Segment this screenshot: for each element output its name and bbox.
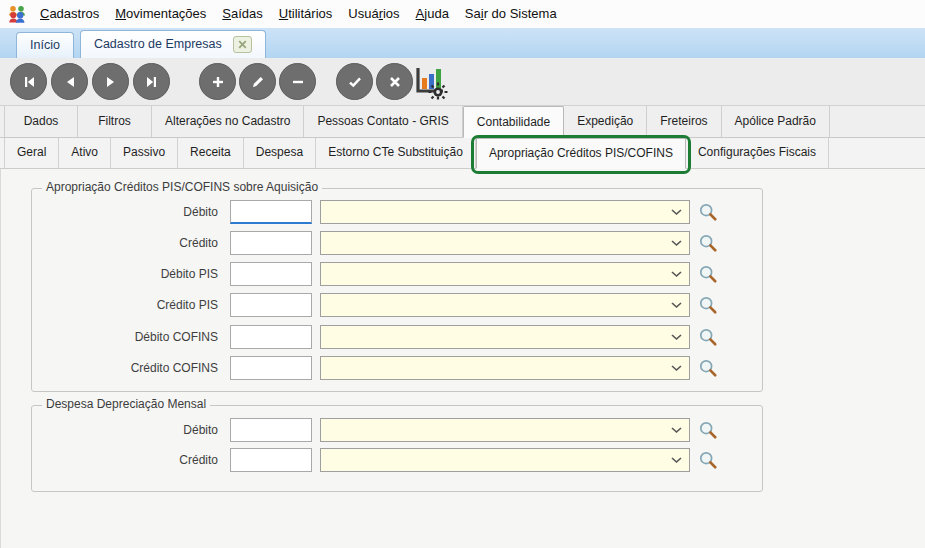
tab-estorno-cte-substituicao[interactable]: Estorno CTe Substituição: [316, 138, 476, 168]
label-post: r do Sistema: [484, 6, 557, 21]
tab-content-panel: Apropriação Créditos PIS/COFINS sobre Aq…: [0, 169, 925, 548]
field-label-debito: Débito: [32, 200, 218, 224]
last-record-button[interactable]: [133, 63, 170, 100]
menu-ajuda[interactable]: Ajuda: [408, 0, 457, 28]
tab-dados[interactable]: Dados: [4, 106, 78, 137]
form-row: Crédito: [32, 231, 762, 255]
label-accel: C: [40, 6, 49, 21]
tab-freteiros[interactable]: Freteiros: [647, 106, 721, 137]
menu-utilitarios[interactable]: Utilitários: [271, 0, 340, 28]
debito-cofins-code-input[interactable]: [230, 325, 312, 349]
debito-pis-code-input[interactable]: [230, 262, 312, 286]
pencil-icon: [250, 74, 266, 90]
tab-geral[interactable]: Geral: [4, 138, 59, 168]
form-row: Débito PIS: [32, 262, 762, 286]
depreciacao-debito-account-combo[interactable]: [320, 418, 690, 442]
groupbox-apropriacao-creditos: Apropriação Créditos PIS/COFINS sobre Aq…: [31, 188, 763, 392]
tab-passivo[interactable]: Passivo: [111, 138, 178, 168]
primary-tab-row: Dados Filtros Alterações no Cadastro Pes…: [0, 106, 925, 138]
form-row: Débito: [32, 200, 762, 224]
magnifier-icon[interactable]: [698, 233, 718, 253]
first-record-button[interactable]: [10, 63, 47, 100]
tab-expedicao[interactable]: Expedição: [564, 106, 647, 137]
delete-record-button[interactable]: [279, 63, 316, 100]
tab-filtros[interactable]: Filtros: [78, 106, 152, 137]
previous-record-button[interactable]: [51, 63, 88, 100]
tab-ativo[interactable]: Ativo: [59, 138, 111, 168]
magnifier-icon[interactable]: [698, 450, 718, 470]
field-label-debito-pis: Débito PIS: [32, 262, 218, 286]
app-logo-icon: [7, 4, 27, 24]
depreciacao-debito-code-input[interactable]: [230, 418, 312, 442]
form-row: Crédito COFINS: [32, 356, 762, 380]
tab-pessoas-contato-gris[interactable]: Pessoas Contato - GRIS: [304, 106, 462, 137]
label-post: adastros: [49, 6, 99, 21]
tab-cadastro-de-empresas[interactable]: Cadastro de Empresas: [80, 30, 266, 58]
skip-last-icon: [144, 74, 160, 90]
form-row: Crédito: [32, 448, 762, 472]
tab-inicio[interactable]: Início: [16, 32, 74, 58]
menu-bar: Cadastros Movimentações Saídas Utilitári…: [0, 0, 925, 28]
arrow-right-icon: [103, 74, 119, 90]
x-icon: [387, 74, 403, 90]
form-row: Débito: [32, 418, 762, 442]
edit-record-button[interactable]: [239, 63, 276, 100]
record-toolbar: [0, 58, 925, 106]
menu-saidas[interactable]: Saídas: [214, 0, 270, 28]
label-post: ios: [383, 6, 400, 21]
tab-apropriacao-creditos-pis-cofins[interactable]: Apropriação Créditos PIS/COFINS: [476, 138, 686, 169]
debito-pis-account-combo[interactable]: [320, 262, 690, 286]
label-post: ovimentações: [126, 6, 206, 21]
form-row: Crédito PIS: [32, 293, 762, 317]
tab-label: Cadastro de Empresas: [94, 32, 222, 57]
chevron-down-icon: [671, 427, 682, 434]
debito-code-input[interactable]: [230, 200, 312, 224]
credito-account-combo[interactable]: [320, 231, 690, 255]
label-accel: M: [115, 6, 126, 21]
close-tab-icon[interactable]: [233, 36, 252, 53]
chart-settings-button[interactable]: [412, 65, 448, 101]
menu-cadastros[interactable]: Cadastros: [32, 0, 107, 28]
next-record-button[interactable]: [92, 63, 129, 100]
field-label-debito-cofins: Débito COFINS: [32, 325, 218, 349]
chevron-down-icon: [671, 302, 682, 309]
magnifier-icon[interactable]: [698, 358, 718, 378]
add-record-button[interactable]: [199, 63, 236, 100]
chevron-down-icon: [671, 365, 682, 372]
menu-sair-do-sistema[interactable]: Sair do Sistema: [457, 0, 565, 28]
magnifier-icon[interactable]: [698, 327, 718, 347]
field-label-depreciacao-credito: Crédito: [32, 448, 218, 472]
label-post: juda: [424, 6, 449, 21]
credito-pis-account-combo[interactable]: [320, 293, 690, 317]
magnifier-icon[interactable]: [698, 264, 718, 284]
chevron-down-icon: [671, 334, 682, 341]
tab-despesa[interactable]: Despesa: [244, 138, 316, 168]
tab-receita[interactable]: Receita: [178, 138, 244, 168]
magnifier-icon[interactable]: [698, 295, 718, 315]
magnifier-icon[interactable]: [698, 202, 718, 222]
tab-configuracoes-fiscais[interactable]: Configurações Fiscais: [686, 138, 829, 168]
depreciacao-credito-account-combo[interactable]: [320, 448, 690, 472]
tab-contabilidade[interactable]: Contabilidade: [463, 106, 564, 138]
cancel-button[interactable]: [376, 63, 413, 100]
tab-alteracoes-no-cadastro[interactable]: Alterações no Cadastro: [152, 106, 304, 137]
credito-cofins-code-input[interactable]: [230, 356, 312, 380]
menu-movimentacoes[interactable]: Movimentações: [107, 0, 214, 28]
form-row: Débito COFINS: [32, 325, 762, 349]
debito-account-combo[interactable]: [320, 200, 690, 224]
debito-cofins-account-combo[interactable]: [320, 325, 690, 349]
credito-code-input[interactable]: [230, 231, 312, 255]
document-tab-strip: Início Cadastro de Empresas: [0, 28, 925, 58]
credito-pis-code-input[interactable]: [230, 293, 312, 317]
chevron-down-icon: [671, 457, 682, 464]
plus-icon: [210, 74, 226, 90]
label-pre: Sa: [465, 6, 481, 21]
magnifier-icon[interactable]: [698, 420, 718, 440]
label-post: tilitários: [288, 6, 332, 21]
depreciacao-credito-code-input[interactable]: [230, 448, 312, 472]
tab-apolice-padrao[interactable]: Apólice Padrão: [722, 106, 830, 137]
credito-cofins-account-combo[interactable]: [320, 356, 690, 380]
groupbox-title: Despesa Depreciação Mensal: [42, 397, 210, 411]
menu-usuarios[interactable]: Usuários: [340, 0, 407, 28]
confirm-button[interactable]: [336, 63, 373, 100]
